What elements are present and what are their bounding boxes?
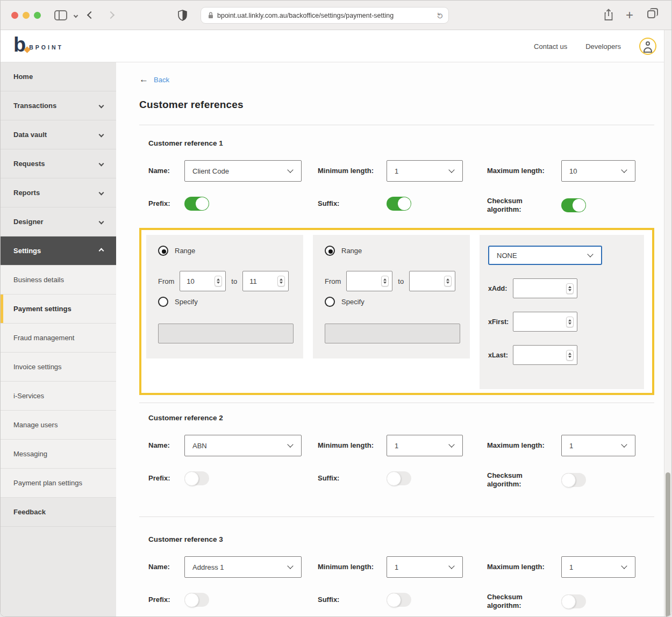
back-link[interactable]: ← Back [139, 74, 654, 85]
name-select[interactable]: Address 1 [184, 556, 302, 578]
prefix-range-option[interactable]: Range [158, 246, 294, 256]
sidebar-item-messaging[interactable]: Messaging [1, 440, 116, 469]
checksum-algorithm-select[interactable]: NONE [488, 246, 602, 265]
chevron-up-icon [99, 248, 104, 254]
sidebar-item-i-services[interactable]: i-Services [1, 382, 116, 411]
name-select[interactable]: Client Code [184, 160, 302, 182]
stepper-icon[interactable] [566, 317, 574, 327]
sidebar-item-home[interactable]: Home [1, 62, 116, 91]
suffix-toggle[interactable] [387, 471, 411, 485]
radio-selected-icon[interactable] [158, 246, 168, 256]
sidebar-item-data-vault[interactable]: Data vault [1, 120, 116, 149]
radio-icon[interactable] [158, 297, 168, 307]
radio-selected-icon[interactable] [325, 246, 335, 256]
minimum-length-label: Minimum length: [318, 441, 387, 450]
checksum-algorithm-toggle[interactable] [561, 594, 586, 608]
chevron-down-icon [587, 251, 593, 257]
sidebar-item-payment-plan-settings[interactable]: Payment plan settings [1, 469, 116, 498]
minimum-length-select[interactable]: 1 [387, 556, 463, 578]
sidebar-item-designer[interactable]: Designer [1, 207, 116, 236]
prefix-from-input[interactable] [180, 271, 226, 291]
xlast-input[interactable] [513, 345, 577, 365]
main-content: ← Back Customer references Customer refe… [116, 62, 672, 617]
privacy-shield-icon[interactable] [178, 10, 187, 21]
url-field[interactable]: bpoint.uat.linkly.com.au/backoffice/sett… [201, 7, 449, 24]
scrollbar-thumb[interactable] [666, 472, 670, 617]
prefix-toggle[interactable] [184, 197, 209, 211]
checksum-algorithm-toggle[interactable] [561, 473, 586, 487]
back-button[interactable] [87, 11, 95, 19]
suffix-toggle[interactable] [387, 593, 411, 607]
suffix-from-input[interactable] [346, 271, 392, 291]
logo-b-glyph: b [13, 35, 25, 54]
sidebar-item-invoice-settings[interactable]: Invoice settings [1, 353, 116, 382]
contact-us-link[interactable]: Contact us [534, 42, 567, 51]
maximum-length-select[interactable]: 1 [561, 556, 635, 578]
browser-toolbar: bpoint.uat.linkly.com.au/backoffice/sett… [1, 1, 672, 30]
stepper-icon[interactable] [277, 276, 285, 286]
checksum-algorithm-toggle[interactable] [561, 198, 586, 212]
browser-window: bpoint.uat.linkly.com.au/backoffice/sett… [0, 0, 672, 617]
chevron-down-icon [99, 219, 104, 225]
xfirst-input[interactable] [513, 312, 577, 332]
section-heading: Customer reference 1 [148, 139, 654, 147]
stepper-icon[interactable] [381, 276, 389, 286]
maximum-length-label: Maximum length: [487, 441, 561, 450]
suffix-range-option[interactable]: Range [325, 246, 460, 256]
share-button[interactable] [604, 9, 613, 21]
tab-overview-button[interactable] [647, 10, 655, 18]
radio-icon[interactable] [325, 297, 335, 307]
stepper-icon[interactable] [566, 283, 574, 294]
xadd-input[interactable] [513, 278, 577, 298]
sidebar-item-business-details[interactable]: Business details [1, 266, 116, 295]
sidebar-item-reports[interactable]: Reports [1, 178, 116, 207]
prefix-toggle[interactable] [184, 471, 209, 485]
suffix-label: Suffix: [318, 199, 387, 208]
suffix-to-input[interactable] [409, 271, 455, 291]
forward-button[interactable] [107, 11, 115, 19]
sidebar-item-feedback[interactable]: Feedback [1, 498, 116, 527]
prefix-label: Prefix: [148, 199, 184, 208]
zoom-window-button[interactable] [34, 12, 41, 19]
sidebar-menu-chevron-icon[interactable] [74, 13, 78, 18]
prefix-specify-option[interactable]: Specify [158, 297, 294, 307]
stepper-icon[interactable] [215, 276, 222, 286]
maximum-length-select[interactable]: 10 [561, 160, 635, 182]
new-tab-button[interactable]: + [626, 8, 633, 23]
chevron-down-icon [621, 563, 627, 569]
sidebar-item-payment-settings[interactable]: Payment settings [1, 295, 116, 324]
name-select[interactable]: ABN [184, 435, 302, 456]
sidebar-item-settings[interactable]: Settings [1, 236, 116, 266]
xadd-label: xAdd: [488, 285, 513, 292]
suffix-specify-input [325, 324, 460, 343]
stepper-icon[interactable] [444, 276, 452, 286]
chevron-down-icon [621, 167, 627, 173]
profile-button[interactable] [639, 38, 656, 55]
close-window-button[interactable] [11, 12, 18, 19]
minimum-length-label: Minimum length: [318, 563, 387, 571]
minimum-length-select[interactable]: 1 [387, 160, 463, 182]
prefix-toggle[interactable] [184, 593, 209, 607]
minimize-window-button[interactable] [23, 12, 30, 19]
sidebar-item-manage-users[interactable]: Manage users [1, 411, 116, 440]
logo-wordmark: BPOINT [29, 44, 63, 51]
prefix-to-input[interactable] [242, 271, 289, 291]
sidebar-item-transactions[interactable]: Transactions [1, 91, 116, 120]
sidebar-item-fraud-management[interactable]: Fraud management [1, 324, 116, 353]
chevron-down-icon [99, 132, 104, 138]
suffix-specify-option[interactable]: Specify [325, 297, 460, 307]
developers-link[interactable]: Developers [585, 42, 621, 51]
person-icon [646, 41, 650, 46]
chevron-down-icon [99, 190, 104, 196]
minimum-length-select[interactable]: 1 [387, 435, 463, 456]
xfirst-label: xFirst: [488, 318, 513, 326]
chevron-down-icon [287, 563, 293, 569]
suffix-toggle[interactable] [387, 197, 411, 211]
sidebar-item-requests[interactable]: Requests [1, 149, 116, 178]
sidebar-toggle-button[interactable] [54, 10, 67, 20]
bpoint-logo[interactable]: b BPOINT [13, 35, 63, 54]
scrollbar-track[interactable] [664, 30, 671, 617]
checksum-algorithm-label: Checksum algorithm: [487, 197, 561, 214]
maximum-length-select[interactable]: 1 [561, 435, 635, 456]
stepper-icon[interactable] [566, 350, 574, 361]
